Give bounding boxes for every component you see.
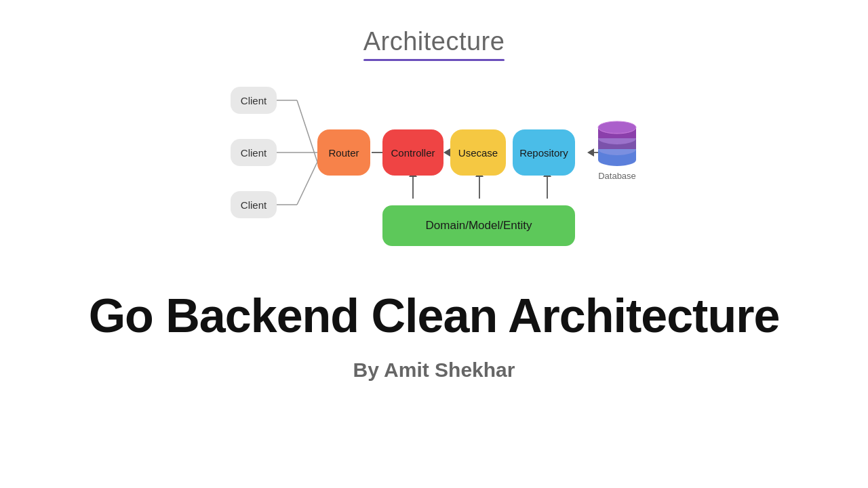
client-bottom: Client <box>231 191 277 218</box>
architecture-title: Architecture <box>363 27 505 56</box>
controller-node: Controller <box>382 129 443 176</box>
title-underline <box>363 59 505 61</box>
main-title: Go Backend Clean Architecture <box>89 290 780 342</box>
database-icon <box>593 114 641 168</box>
usecase-node: Usecase <box>450 129 506 176</box>
router-node: Router <box>317 129 370 176</box>
domain-node: Domain/Model/Entity <box>382 205 575 246</box>
svg-marker-8 <box>443 148 450 157</box>
svg-line-4 <box>297 162 317 205</box>
architecture-title-section: Architecture <box>363 27 505 61</box>
svg-line-1 <box>297 100 317 162</box>
client-top: Client <box>231 87 277 114</box>
database-icon-wrap: Database <box>593 114 641 181</box>
architecture-diagram: Client Client Client Ro <box>217 80 651 270</box>
repository-node: Repository <box>513 129 575 176</box>
author-label: By Amit Shekhar <box>353 359 515 382</box>
database-label: Database <box>598 171 636 181</box>
client-middle: Client <box>231 139 277 166</box>
